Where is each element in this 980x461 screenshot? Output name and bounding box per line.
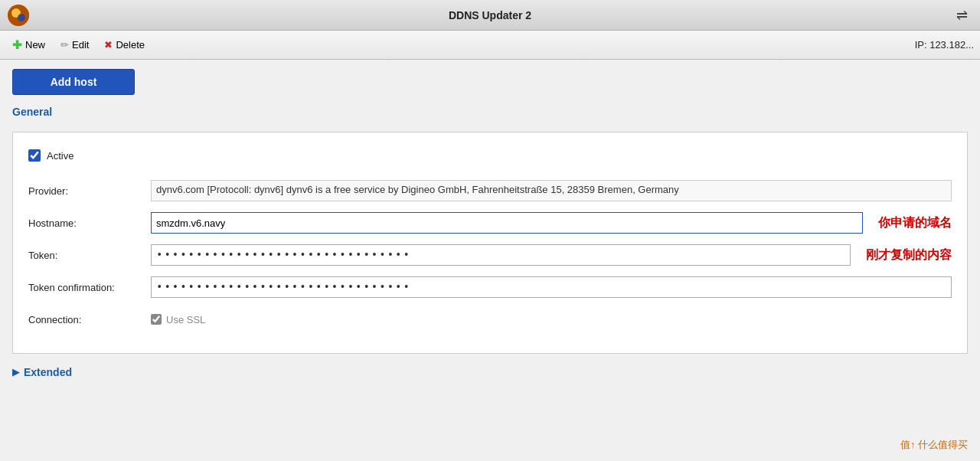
token-annotation: 刚才复制的内容 bbox=[866, 247, 952, 263]
active-checkbox[interactable] bbox=[28, 149, 41, 162]
token-confirm-label: Token confirmation: bbox=[28, 282, 151, 293]
edit-label: Edit bbox=[72, 39, 89, 51]
ssl-label: Use SSL bbox=[166, 314, 205, 325]
app-title: DDNS Updater 2 bbox=[449, 9, 531, 21]
hostname-label: Hostname: bbox=[28, 217, 151, 229]
add-host-button[interactable]: Add host bbox=[12, 69, 135, 95]
provider-value: dynv6.com [Protocoll: dynv6] dynv6 is a … bbox=[151, 180, 952, 201]
delete-button[interactable]: ✖ Delete bbox=[98, 36, 151, 54]
extended-label: Extended bbox=[24, 366, 72, 378]
token-confirm-input[interactable] bbox=[151, 276, 952, 298]
hostname-row: Hostname: 你申请的域名 bbox=[28, 212, 952, 234]
provider-row: Provider: dynv6.com [Protocoll: dynv6] d… bbox=[28, 180, 952, 201]
provider-label: Provider: bbox=[28, 185, 151, 197]
new-label: New bbox=[25, 39, 45, 51]
delete-label: Delete bbox=[116, 39, 145, 51]
use-ssl-checkbox[interactable] bbox=[151, 314, 162, 325]
pin-icon[interactable]: ⇌ bbox=[956, 7, 968, 24]
new-button[interactable]: ✚ New bbox=[6, 35, 51, 55]
svg-point-2 bbox=[18, 14, 25, 21]
connection-label: Connection: bbox=[28, 314, 151, 325]
hostname-annotation: 你申请的域名 bbox=[878, 215, 952, 231]
active-row: Active bbox=[28, 145, 952, 166]
token-input[interactable] bbox=[151, 244, 851, 266]
app-logo bbox=[8, 5, 29, 26]
token-confirm-row: Token confirmation: bbox=[28, 276, 952, 298]
active-label: Active bbox=[47, 150, 74, 162]
ssl-area: Use SSL bbox=[151, 314, 205, 325]
token-label: Token: bbox=[28, 250, 151, 261]
edit-icon: ✏ bbox=[60, 39, 69, 51]
toolbar: ✚ New ✏ Edit ✖ Delete IP: 123.182... bbox=[0, 31, 980, 60]
ip-display: IP: 123.182... bbox=[915, 39, 974, 51]
new-icon: ✚ bbox=[12, 38, 22, 52]
titlebar: DDNS Updater 2 ⇌ bbox=[0, 0, 980, 31]
main-content: Add host General Active Provider: dynv6.… bbox=[0, 60, 980, 461]
delete-icon: ✖ bbox=[104, 39, 113, 51]
connection-row: Connection: Use SSL bbox=[28, 309, 952, 330]
form-area: Active Provider: dynv6.com [Protocoll: d… bbox=[12, 132, 968, 354]
edit-button[interactable]: ✏ Edit bbox=[54, 36, 95, 54]
extended-section[interactable]: ▶ Extended bbox=[12, 366, 968, 378]
token-row: Token: 刚才复制的内容 bbox=[28, 244, 952, 266]
hostname-input[interactable] bbox=[151, 212, 863, 234]
extended-arrow-icon: ▶ bbox=[12, 367, 19, 378]
general-section-header: General bbox=[12, 106, 968, 121]
